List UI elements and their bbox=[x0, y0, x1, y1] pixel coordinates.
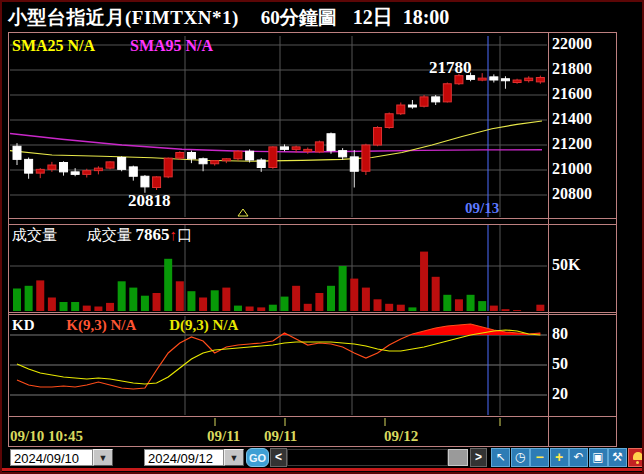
candle-body bbox=[397, 105, 405, 114]
candle-body bbox=[25, 159, 33, 173]
sma25-line bbox=[10, 121, 542, 161]
volume-bar bbox=[501, 309, 509, 311]
price-tick-label: 21600 bbox=[552, 85, 614, 103]
candle-body bbox=[362, 145, 370, 171]
volume-bar bbox=[83, 306, 91, 311]
volume-bar bbox=[141, 296, 149, 311]
candle-body bbox=[211, 161, 219, 164]
volume-bar bbox=[280, 297, 288, 311]
volume-bar bbox=[513, 310, 521, 311]
high-price-annotation: 21780 bbox=[429, 58, 472, 78]
volume-bar bbox=[385, 304, 393, 311]
chart-scrollbar-thumb[interactable] bbox=[448, 449, 468, 466]
volume-bar bbox=[36, 280, 44, 311]
volume-bar bbox=[327, 286, 335, 311]
volume-bar bbox=[374, 299, 382, 311]
scroll-right-button[interactable]: > bbox=[470, 448, 487, 467]
volume-bar bbox=[257, 307, 265, 311]
clock-icon[interactable]: ◷ bbox=[511, 448, 530, 467]
kd-tick-label: 80 bbox=[552, 325, 614, 343]
title-bar: 小型台指近月(FIMTXN*1)60分鐘圖12日18:00 bbox=[8, 4, 449, 30]
sma95-line bbox=[10, 134, 542, 153]
candle-body bbox=[408, 105, 416, 107]
candle-body bbox=[257, 160, 265, 168]
volume-bar bbox=[490, 306, 498, 311]
candle-body bbox=[36, 169, 44, 173]
volume-bar bbox=[467, 295, 475, 311]
candle-body bbox=[106, 162, 114, 168]
volume-bar bbox=[304, 304, 312, 311]
candle-body bbox=[246, 151, 254, 160]
volume-tick-label: 50K bbox=[552, 256, 614, 274]
chart-scrollbar-track[interactable] bbox=[287, 449, 448, 466]
volume-bar bbox=[94, 307, 102, 312]
next-session-label: 09/13 bbox=[465, 200, 499, 217]
frame-bottom bbox=[8, 446, 617, 447]
kd-tick-label: 20 bbox=[552, 385, 614, 403]
date-from-field[interactable]: 2024/09/10 bbox=[10, 449, 93, 466]
candle-body bbox=[478, 78, 486, 80]
kd-header: KD K(9,3) N/A D(9,3) N/A bbox=[12, 317, 238, 334]
instrument-title: 小型台指近月(FIMTXN*1) bbox=[8, 7, 239, 28]
price-axis-divider bbox=[548, 32, 549, 447]
volume-bar bbox=[408, 307, 416, 311]
candle-body bbox=[118, 158, 126, 170]
volume-bar bbox=[13, 289, 21, 312]
fullscreen-icon[interactable]: ▣ bbox=[589, 448, 608, 467]
x-axis-date-label: 09/11 bbox=[264, 428, 297, 445]
go-button[interactable]: GO bbox=[246, 448, 269, 467]
date-to-dropdown-icon[interactable]: ▼ bbox=[224, 449, 244, 466]
date-label: 12日 bbox=[353, 6, 393, 28]
volume-bar bbox=[420, 252, 428, 311]
frame-right bbox=[616, 32, 617, 447]
undo-icon[interactable]: ↶ bbox=[569, 448, 588, 467]
date-from-dropdown-icon[interactable]: ▼ bbox=[93, 449, 113, 466]
volume-unit: 口 bbox=[177, 227, 192, 243]
candle-body bbox=[374, 128, 382, 146]
candle-body bbox=[187, 153, 195, 159]
zoom-out-icon[interactable]: − bbox=[530, 448, 549, 467]
volume-bar bbox=[25, 286, 33, 311]
volume-bar bbox=[536, 305, 544, 311]
volume-series-label: 成交量 bbox=[87, 227, 132, 243]
candle-body bbox=[420, 97, 428, 106]
candle-body bbox=[141, 176, 149, 187]
volume-bar bbox=[199, 298, 207, 312]
kd-panel-label: KD bbox=[12, 317, 35, 333]
frame-left bbox=[8, 32, 9, 447]
volume-bar bbox=[129, 288, 137, 311]
candle-body bbox=[513, 80, 521, 83]
volume-bar bbox=[455, 299, 463, 311]
kd-tick-label: 50 bbox=[552, 355, 614, 373]
zoom-in-icon[interactable]: + bbox=[550, 448, 569, 467]
x-axis-date-label: 09/11 bbox=[207, 428, 240, 445]
candle-body bbox=[129, 167, 137, 176]
candle-body bbox=[83, 171, 91, 175]
volume-bar bbox=[164, 259, 172, 311]
volume-bar bbox=[48, 298, 56, 312]
volume-bar bbox=[350, 279, 358, 311]
time-label: 18:00 bbox=[403, 6, 450, 28]
alert-bell-icon[interactable] bbox=[628, 448, 644, 467]
price-tick-label: 21400 bbox=[552, 110, 614, 128]
tools-icon[interactable]: ⚒ bbox=[608, 448, 627, 467]
candle-body bbox=[304, 149, 312, 151]
candle-body bbox=[280, 147, 288, 150]
volume-panel-label: 成交量 bbox=[12, 227, 57, 243]
scroll-left-button[interactable]: < bbox=[270, 448, 287, 467]
volume-value: 7865 bbox=[136, 225, 170, 244]
candle-body bbox=[48, 165, 56, 169]
volume-bar bbox=[153, 293, 161, 311]
timeframe-label: 60分鐘圖 bbox=[261, 7, 337, 28]
candle-body bbox=[60, 163, 68, 172]
date-to-field[interactable]: 2024/09/12 bbox=[144, 449, 224, 466]
kd-d-label: D(9,3) N/A bbox=[169, 317, 238, 333]
candle-body bbox=[443, 84, 451, 102]
pointer-icon[interactable]: ↖ bbox=[491, 448, 510, 467]
candle-body bbox=[385, 114, 393, 128]
volume-bar bbox=[222, 288, 230, 311]
volume-header: 成交量 成交量 7865↑口 bbox=[12, 225, 192, 245]
volume-bar bbox=[106, 303, 114, 311]
volume-bar bbox=[60, 302, 68, 311]
price-tick-label: 21200 bbox=[552, 135, 614, 153]
